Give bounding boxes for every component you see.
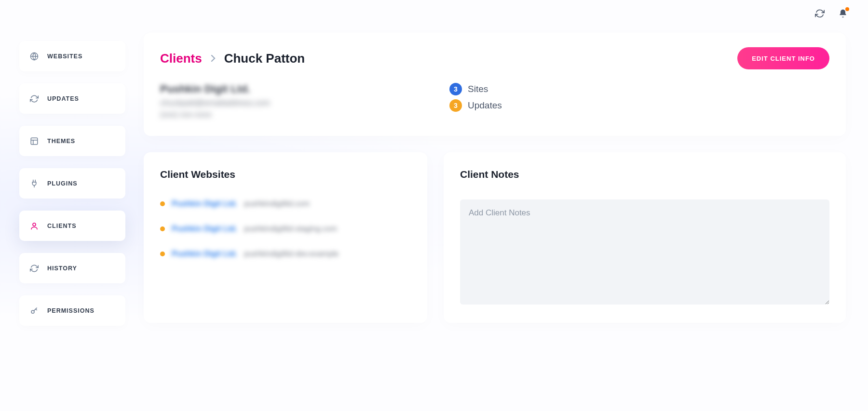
client-contact-block: Pushkin Digit Ltd. chuckpatt@emailaddres… bbox=[160, 83, 430, 119]
sidebar-item-permissions[interactable]: PERMISSIONS bbox=[19, 295, 125, 326]
plug-icon bbox=[30, 179, 39, 188]
svg-line-9 bbox=[36, 309, 37, 310]
client-websites-title: Client Websites bbox=[160, 169, 411, 180]
website-item[interactable]: Pushkin Digit Ltd. pushkindigitltd-dev.e… bbox=[160, 250, 411, 258]
edit-client-info-button[interactable]: EDIT CLIENT INFO bbox=[737, 47, 829, 69]
client-notes-title: Client Notes bbox=[460, 169, 829, 180]
sidebar-item-label: PERMISSIONS bbox=[47, 307, 95, 314]
chevron-right-icon bbox=[211, 55, 216, 62]
client-websites-card: Client Websites Pushkin Digit Ltd. pushk… bbox=[144, 152, 427, 323]
topbar bbox=[0, 0, 868, 27]
sidebar-item-history[interactable]: HISTORY bbox=[19, 253, 125, 283]
sites-count-badge: 3 bbox=[449, 83, 462, 95]
sidebar: WEBSITES UPDATES THEMES PLUGINS CLIENTS … bbox=[19, 41, 125, 326]
client-company-name: Pushkin Digit Ltd. bbox=[160, 83, 430, 95]
user-icon bbox=[30, 222, 39, 230]
sidebar-item-label: HISTORY bbox=[47, 265, 77, 272]
breadcrumb: Clients Chuck Patton bbox=[160, 51, 305, 66]
client-notes-card: Client Notes bbox=[444, 152, 846, 323]
sidebar-item-label: UPDATES bbox=[47, 95, 79, 102]
main: Clients Chuck Patton EDIT CLIENT INFO Pu… bbox=[144, 33, 846, 323]
stat-sites: 3 Sites bbox=[449, 83, 502, 95]
updates-label: Updates bbox=[468, 100, 502, 111]
svg-rect-2 bbox=[31, 138, 38, 145]
website-url: pushkindigitltd.com bbox=[244, 199, 310, 208]
breadcrumb-current: Chuck Patton bbox=[224, 51, 305, 66]
stat-updates: 3 Updates bbox=[449, 99, 502, 112]
status-dot-icon bbox=[160, 252, 165, 256]
sidebar-item-label: THEMES bbox=[47, 138, 75, 145]
status-dot-icon bbox=[160, 226, 165, 231]
globe-icon bbox=[30, 52, 39, 61]
client-phone: (xxx) xxx-xxxx bbox=[160, 110, 430, 119]
updates-count-badge: 3 bbox=[449, 99, 462, 112]
refresh-icon bbox=[30, 264, 39, 273]
website-name: Pushkin Digit Ltd. bbox=[172, 250, 237, 258]
bell-icon[interactable] bbox=[838, 9, 848, 18]
refresh-icon[interactable] bbox=[815, 9, 825, 18]
client-email: chuckpatt@emailaddress.com bbox=[160, 98, 430, 108]
website-item[interactable]: Pushkin Digit Ltd. pushkindigitltd.com bbox=[160, 199, 411, 208]
website-item[interactable]: Pushkin Digit Ltd. pushkindigitltd-stagi… bbox=[160, 225, 411, 233]
website-name: Pushkin Digit Ltd. bbox=[172, 225, 237, 233]
notification-dot bbox=[845, 7, 849, 11]
sidebar-item-label: WEBSITES bbox=[47, 53, 82, 60]
layout-icon bbox=[30, 137, 39, 146]
sites-label: Sites bbox=[468, 84, 488, 94]
client-notes-textarea[interactable] bbox=[460, 199, 829, 305]
website-url: pushkindigitltd-dev.example bbox=[244, 250, 339, 258]
sidebar-item-label: PLUGINS bbox=[47, 180, 78, 187]
svg-point-6 bbox=[33, 223, 36, 226]
sidebar-item-label: CLIENTS bbox=[47, 223, 76, 229]
website-name: Pushkin Digit Ltd. bbox=[172, 199, 237, 208]
sidebar-item-updates[interactable]: UPDATES bbox=[19, 83, 125, 114]
client-stats: 3 Sites 3 Updates bbox=[449, 83, 502, 119]
refresh-icon bbox=[30, 94, 39, 103]
client-header-card: Clients Chuck Patton EDIT CLIENT INFO Pu… bbox=[144, 33, 846, 136]
sidebar-item-plugins[interactable]: PLUGINS bbox=[19, 168, 125, 199]
sidebar-item-websites[interactable]: WEBSITES bbox=[19, 41, 125, 71]
breadcrumb-clients-link[interactable]: Clients bbox=[160, 51, 202, 66]
sidebar-item-clients[interactable]: CLIENTS bbox=[19, 211, 125, 241]
website-url: pushkindigitltd-staging.com bbox=[244, 225, 337, 233]
key-icon bbox=[30, 306, 39, 315]
sidebar-item-themes[interactable]: THEMES bbox=[19, 126, 125, 156]
status-dot-icon bbox=[160, 201, 165, 206]
